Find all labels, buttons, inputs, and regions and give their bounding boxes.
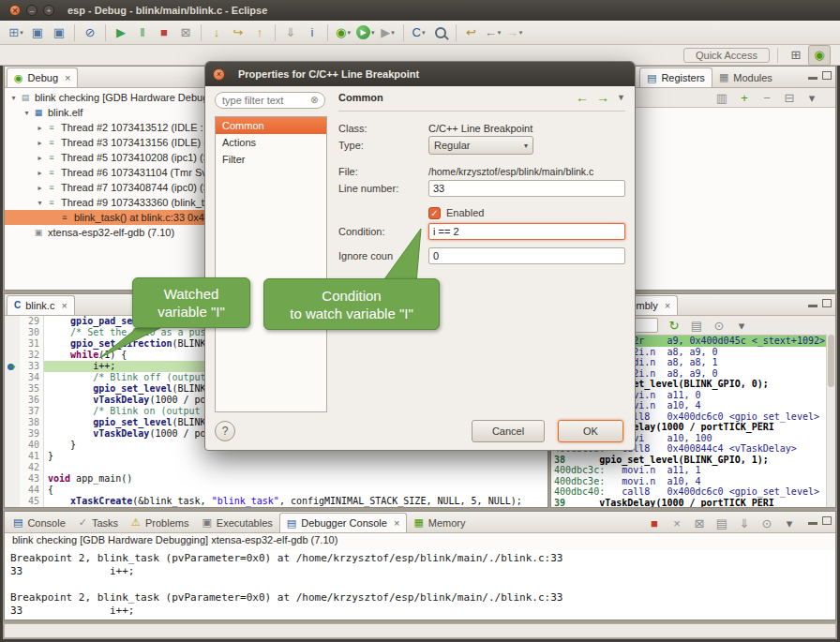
tree-expander[interactable]: ▾ xyxy=(35,199,45,207)
track-location-icon[interactable]: ⊙ xyxy=(709,316,729,335)
last-edit-location-icon[interactable]: ↩ xyxy=(461,23,482,42)
code-line[interactable]: 45 xTaskCreate(&blink_task, "blink_task"… xyxy=(5,496,548,507)
disassembly-line[interactable]: 400dbc40: call8 0x400dc6c0 <gpio_set_lev… xyxy=(551,486,835,498)
view-menu-icon[interactable]: ▾ xyxy=(802,88,822,107)
condition-field[interactable] xyxy=(428,223,625,240)
close-icon[interactable]: × xyxy=(394,517,399,529)
remove-register-group-icon[interactable]: − xyxy=(757,88,777,107)
maximize-view-icon[interactable] xyxy=(822,516,832,525)
tab-console[interactable]: ▤Console xyxy=(7,513,72,532)
tree-expander[interactable]: ▾ xyxy=(8,94,19,102)
console-menu-icon[interactable]: ▾ xyxy=(779,514,800,532)
cancel-button[interactable]: Cancel xyxy=(472,420,545,442)
clear-filter-icon[interactable]: ⊗ xyxy=(310,95,318,105)
maximize-view-icon[interactable] xyxy=(822,71,832,80)
tab-tasks[interactable]: ✓Tasks xyxy=(72,513,125,532)
back-icon[interactable]: ←▾ xyxy=(483,23,503,42)
code-line[interactable]: 41} xyxy=(5,451,548,462)
tree-expander[interactable]: ▸ xyxy=(35,184,45,192)
dialog-nav-actions[interactable]: Actions xyxy=(216,134,326,151)
dialog-nav-filter[interactable]: Filter xyxy=(216,151,326,168)
step-return-icon[interactable]: ↑ xyxy=(249,23,270,42)
scrollbar[interactable] xyxy=(826,334,835,507)
tab-registers[interactable]: ▤Registers xyxy=(639,67,712,87)
tab-memory[interactable]: ▦Memory xyxy=(407,513,472,532)
disassembly-line[interactable]: 400dbc3e: movi.n a10, 4 xyxy=(551,476,835,487)
show-source-icon[interactable]: ▤ xyxy=(686,316,707,335)
terminate-icon[interactable]: ■ xyxy=(154,23,174,42)
instruction-stepping-icon[interactable]: i xyxy=(302,23,322,42)
console-output[interactable]: Breakpoint 2, blink_task (pvParameter=0x… xyxy=(5,550,835,620)
search-icon[interactable] xyxy=(430,23,451,42)
tab-debugger-console[interactable]: ▤Debugger Console× xyxy=(279,513,408,532)
window-minimize-button[interactable]: – xyxy=(26,5,38,16)
enabled-checkbox[interactable]: ✓ xyxy=(428,207,441,219)
close-icon[interactable]: × xyxy=(665,300,670,311)
close-icon[interactable]: × xyxy=(65,72,70,83)
terminate-console-icon[interactable]: ■ xyxy=(644,514,665,532)
scroll-lock-icon[interactable]: ⇓ xyxy=(734,514,755,532)
collapse-all-icon[interactable]: ⊟ xyxy=(779,88,800,107)
step-into-icon[interactable]: ↓ xyxy=(206,23,227,42)
scrollbar-thumb[interactable] xyxy=(828,335,834,387)
external-tools-icon[interactable]: ▶▾ xyxy=(378,23,398,42)
quick-access-button[interactable]: Quick Access xyxy=(683,48,770,63)
disassembly-line[interactable]: 38 gpio_set_level(BLINK_GPIO, 1); xyxy=(551,455,835,466)
resume-icon[interactable]: ▶ xyxy=(111,23,131,42)
pin-console-icon[interactable]: ⊙ xyxy=(757,514,777,532)
type-dropdown[interactable]: Regular ▾ xyxy=(428,136,533,155)
skip-all-breakpoints-icon[interactable]: ⊘ xyxy=(80,23,100,42)
window-close-button[interactable]: × xyxy=(9,5,21,16)
suspend-icon[interactable]: ‖ xyxy=(132,23,153,42)
tree-expander[interactable]: ▸ xyxy=(35,124,45,132)
remove-all-launches-icon[interactable]: ⊠ xyxy=(689,514,710,532)
run-icon[interactable]: ▶▾ xyxy=(354,23,377,42)
code-line[interactable]: 44{ xyxy=(5,485,548,496)
tab-modules[interactable]: ▦Modules xyxy=(712,67,779,87)
disconnect-icon[interactable]: ⊠ xyxy=(175,23,196,42)
tab-debug[interactable]: ◉ Debug × xyxy=(7,67,78,87)
drop-to-frame-icon[interactable]: ⇓ xyxy=(280,23,301,42)
dialog-close-button[interactable]: × xyxy=(213,68,225,81)
filter-input[interactable] xyxy=(215,92,325,109)
minimize-view-icon[interactable] xyxy=(808,522,818,525)
debug-perspective-icon[interactable]: ◉ xyxy=(808,45,831,66)
remove-launch-icon[interactable]: × xyxy=(667,514,687,532)
new-cpp-file-icon[interactable]: C▾ xyxy=(409,23,429,42)
help-button[interactable]: ? xyxy=(215,421,235,441)
sync-pc-icon[interactable]: ↻ xyxy=(664,316,684,335)
debug-icon[interactable]: ◉▾ xyxy=(333,23,353,42)
minimize-view-icon[interactable] xyxy=(808,305,818,307)
tree-expander[interactable]: ▸ xyxy=(35,169,45,177)
disassembly-menu-icon[interactable]: ▾ xyxy=(731,316,752,335)
back-icon[interactable]: ← xyxy=(576,90,589,105)
ok-button[interactable]: OK xyxy=(558,420,623,442)
minimize-view-icon[interactable] xyxy=(808,77,818,80)
tab-blink-c[interactable]: C blink.c × xyxy=(7,295,75,315)
tab-executables[interactable]: ▣Executables xyxy=(195,513,278,532)
code-line[interactable]: 42 xyxy=(5,462,548,473)
ignore-count-field[interactable] xyxy=(428,247,625,264)
window-maximize-button[interactable]: + xyxy=(43,5,54,16)
disassembly-line[interactable]: 39 vTaskDelay(1000 / portTICK_PERI xyxy=(551,498,835,509)
dialog-nav-common[interactable]: Common xyxy=(216,117,326,134)
tab-problems[interactable]: ⚠Problems xyxy=(125,513,195,532)
maximize-view-icon[interactable] xyxy=(822,299,832,307)
tree-expander[interactable]: ▸ xyxy=(35,139,45,147)
disassembly-line[interactable]: 400dbc3c: movi.n a11, 1 xyxy=(551,465,835,476)
save-icon[interactable]: ▣ xyxy=(27,23,48,42)
add-register-group-icon[interactable]: + xyxy=(734,88,755,107)
code-line[interactable]: 43void app_main() xyxy=(5,473,548,485)
close-icon[interactable]: × xyxy=(61,300,67,311)
view-menu-icon[interactable]: ▼ xyxy=(617,93,625,102)
tree-expander[interactable]: ▸ xyxy=(35,154,45,162)
line-number-field[interactable] xyxy=(428,180,625,197)
open-perspective-icon[interactable]: ⊞ xyxy=(786,46,806,65)
new-icon[interactable]: ⊞▾ xyxy=(6,23,26,42)
forward-icon[interactable]: → xyxy=(596,90,609,105)
tree-expander[interactable]: ▾ xyxy=(22,109,32,117)
clear-console-icon[interactable]: ▤ xyxy=(712,514,732,532)
step-over-icon[interactable]: ↪ xyxy=(228,23,248,42)
layout-icon[interactable]: ▥ xyxy=(712,88,732,107)
forward-icon[interactable]: →▾ xyxy=(504,23,525,42)
